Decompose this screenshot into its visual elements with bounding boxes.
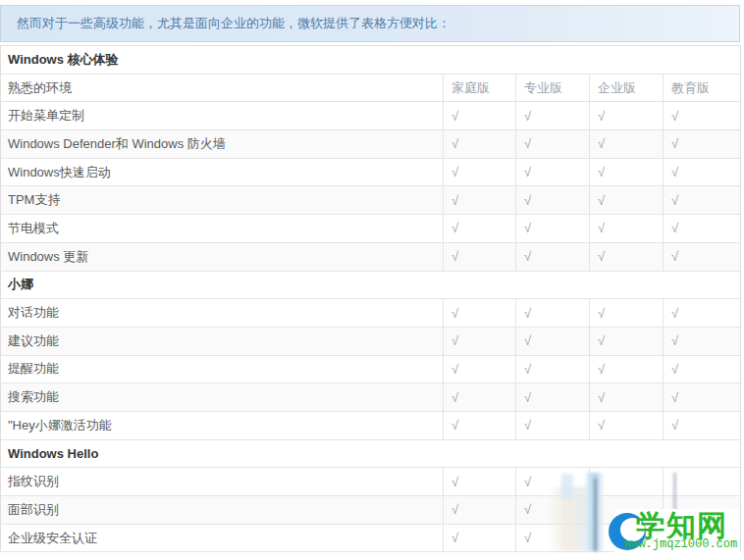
feature-name: "Hey小娜激活功能: [1, 411, 444, 439]
feature-row: 指纹识别√√: [1, 468, 741, 496]
feature-name: 开始菜单定制: [1, 102, 444, 130]
feature-row: TPM支持√√√√: [1, 186, 741, 215]
check-mark-cell: √: [444, 158, 516, 186]
feature-row: Windows Defender和 Windows 防火墙√√√√: [1, 130, 741, 159]
feature-name: 提醒功能: [1, 355, 444, 383]
check-mark-cell: √: [664, 355, 741, 383]
check-mark-cell: √: [516, 299, 590, 328]
empty-cell: [590, 468, 664, 496]
check-mark-cell: √: [590, 411, 664, 439]
check-mark-cell: √: [664, 242, 741, 271]
check-mark-cell: √: [516, 242, 590, 271]
check-mark-cell: √: [664, 327, 741, 355]
check-mark-cell: √: [664, 102, 741, 130]
feature-row: 开始菜单定制√√√√: [1, 102, 741, 130]
feature-row: 节电模式√√√√: [1, 215, 741, 243]
intro-banner: 然而对于一些高级功能，尤其是面向企业的功能，微软提供了表格方便对比：: [0, 5, 740, 42]
check-mark-cell: √: [444, 411, 516, 439]
check-mark-cell: √: [444, 496, 516, 525]
check-mark-cell: √: [590, 186, 664, 215]
section-row: Windows Hello: [1, 439, 741, 468]
edition-column-header: 教育版: [664, 74, 741, 102]
check-mark-cell: √: [516, 496, 590, 525]
section-row: Windows 核心体验: [1, 46, 741, 75]
check-mark-cell: √: [664, 383, 741, 412]
check-mark-cell: √: [516, 355, 590, 383]
check-mark-cell: √: [664, 411, 741, 439]
watermark-url: www.jmqz1000.com: [624, 537, 737, 551]
edition-comparison-table: Windows 核心体验熟悉的环境家庭版专业版企业版教育版开始菜单定制√√√√W…: [0, 45, 741, 552]
check-mark-cell: √: [590, 102, 664, 130]
check-mark-cell: √: [664, 215, 741, 243]
edition-column-header: 专业版: [516, 74, 590, 102]
empty-cell: [664, 468, 741, 496]
edition-column-header: 家庭版: [444, 74, 516, 102]
feature-column-header: 熟悉的环境: [1, 74, 444, 102]
check-mark-cell: √: [590, 158, 664, 186]
check-mark-cell: √: [590, 242, 664, 271]
feature-row: 建议功能√√√√: [1, 327, 741, 355]
check-mark-cell: √: [444, 242, 516, 271]
check-mark-cell: √: [516, 383, 590, 412]
feature-name: Windows 更新: [1, 242, 444, 271]
check-mark-cell: √: [516, 411, 590, 439]
check-mark-cell: √: [664, 130, 741, 159]
feature-name: 面部识别: [1, 496, 444, 525]
edition-header-row: 熟悉的环境家庭版专业版企业版教育版: [1, 74, 741, 102]
feature-name: Windows快速启动: [1, 158, 444, 186]
feature-row: Windows快速启动√√√√: [1, 158, 741, 186]
check-mark-cell: √: [444, 299, 516, 328]
check-mark-cell: √: [516, 102, 590, 130]
feature-row: 提醒功能√√√√: [1, 355, 741, 383]
feature-name: 指纹识别: [1, 468, 444, 496]
feature-name: 企业级安全认证: [1, 524, 444, 552]
feature-name: Windows Defender和 Windows 防火墙: [1, 130, 444, 159]
feature-name: TPM支持: [1, 186, 444, 215]
feature-name: 建议功能: [1, 327, 444, 355]
watermark: 学知网 www.jmqz1000.com: [614, 509, 740, 552]
check-mark-cell: √: [444, 355, 516, 383]
check-mark-cell: √: [516, 524, 590, 552]
check-mark-cell: √: [516, 215, 590, 243]
check-mark-cell: √: [516, 186, 590, 215]
check-mark-cell: √: [516, 130, 590, 159]
check-mark-cell: √: [590, 327, 664, 355]
page: 然而对于一些高级功能，尤其是面向企业的功能，微软提供了表格方便对比： Windo…: [0, 0, 744, 560]
section-title: Windows 核心体验: [1, 46, 741, 75]
check-mark-cell: √: [516, 158, 590, 186]
check-mark-cell: √: [516, 327, 590, 355]
table-body: Windows 核心体验熟悉的环境家庭版专业版企业版教育版开始菜单定制√√√√W…: [1, 46, 741, 552]
check-mark-cell: √: [664, 186, 741, 215]
check-mark-cell: √: [590, 355, 664, 383]
feature-name: 节电模式: [1, 215, 444, 243]
section-row: 小娜: [1, 271, 741, 299]
feature-row: 搜索功能√√√√: [1, 383, 741, 412]
check-mark-cell: √: [590, 130, 664, 159]
section-title: 小娜: [1, 271, 741, 299]
check-mark-cell: √: [444, 524, 516, 552]
feature-name: 搜索功能: [1, 383, 444, 412]
feature-name: 对话功能: [1, 299, 444, 328]
check-mark-cell: √: [664, 299, 741, 328]
check-mark-cell: √: [664, 158, 741, 186]
check-mark-cell: √: [444, 102, 516, 130]
section-title: Windows Hello: [1, 439, 741, 468]
feature-row: Windows 更新√√√√: [1, 242, 741, 271]
check-mark-cell: √: [516, 468, 590, 496]
check-mark-cell: √: [590, 299, 664, 328]
check-mark-cell: √: [444, 215, 516, 243]
check-mark-cell: √: [444, 383, 516, 412]
feature-row: 对话功能√√√√: [1, 299, 741, 328]
edition-column-header: 企业版: [590, 74, 664, 102]
check-mark-cell: √: [444, 327, 516, 355]
check-mark-cell: √: [444, 186, 516, 215]
check-mark-cell: √: [590, 383, 664, 412]
check-mark-cell: √: [590, 215, 664, 243]
check-mark-cell: √: [444, 468, 516, 496]
feature-row: "Hey小娜激活功能√√√√: [1, 411, 741, 439]
check-mark-cell: √: [444, 130, 516, 159]
